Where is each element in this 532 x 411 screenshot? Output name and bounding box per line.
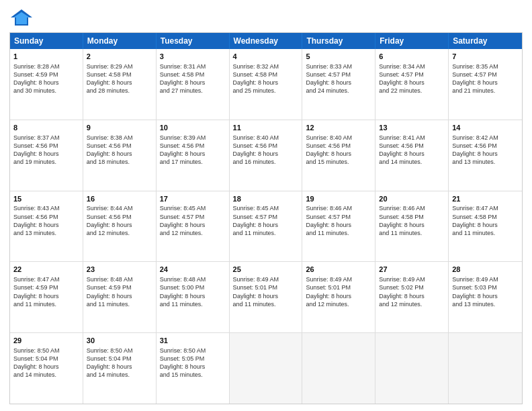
day-info-line: Daylight: 8 hours (306, 221, 371, 229)
day-info-line: and 11 minutes. (379, 229, 445, 237)
day-info-line: Sunrise: 8:48 AM (87, 275, 152, 283)
day-info-line: and 14 minutes. (87, 371, 152, 379)
day-info-line: Sunset: 4:57 PM (379, 71, 445, 79)
day-info-line: Sunrise: 8:46 AM (379, 204, 445, 212)
day-info-line: Sunset: 4:56 PM (233, 142, 299, 150)
day-info-line: Daylight: 8 hours (160, 150, 226, 158)
calendar-cell: 24Sunrise: 8:48 AMSunset: 5:00 PMDayligh… (157, 262, 230, 332)
day-info-line: Sunrise: 8:43 AM (13, 204, 79, 212)
day-number: 21 (452, 194, 519, 204)
day-info-line: Sunset: 4:57 PM (306, 213, 371, 221)
weekday-header-tuesday: Tuesday (157, 33, 230, 49)
day-info-line: and 14 minutes. (379, 158, 445, 166)
day-info-line: Sunset: 4:56 PM (379, 142, 445, 150)
day-info-line: Daylight: 8 hours (160, 363, 226, 371)
day-info-line: Sunrise: 8:49 AM (452, 275, 519, 283)
calendar-cell: 27Sunrise: 8:49 AMSunset: 5:02 PMDayligh… (375, 262, 449, 332)
day-info-line: Sunset: 4:58 PM (160, 71, 226, 79)
day-info-line: Sunrise: 8:47 AM (13, 275, 79, 283)
day-info-line: Sunrise: 8:50 AM (87, 347, 152, 355)
calendar-cell: 12Sunrise: 8:40 AMSunset: 4:56 PMDayligh… (302, 120, 375, 191)
day-number: 15 (13, 194, 79, 204)
day-info-line: Daylight: 8 hours (13, 221, 79, 229)
calendar-cell: 13Sunrise: 8:41 AMSunset: 4:56 PMDayligh… (375, 120, 449, 191)
day-info-line: and 18 minutes. (87, 158, 152, 166)
calendar-row-5: 29Sunrise: 8:50 AMSunset: 5:04 PMDayligh… (10, 333, 522, 404)
day-info-line: and 24 minutes. (306, 87, 371, 95)
day-info-line: Sunset: 4:56 PM (452, 142, 519, 150)
calendar-cell: 5Sunrise: 8:33 AMSunset: 4:57 PMDaylight… (302, 49, 375, 120)
day-info-line: Sunset: 5:05 PM (160, 355, 226, 363)
day-info-line: Sunset: 4:56 PM (87, 142, 152, 150)
day-info-line: and 12 minutes. (379, 300, 445, 308)
day-info-line: Daylight: 8 hours (160, 292, 226, 300)
day-number: 13 (379, 123, 445, 133)
day-number: 25 (233, 265, 299, 275)
day-info-line: Daylight: 8 hours (379, 150, 445, 158)
calendar-cell: 17Sunrise: 8:45 AMSunset: 4:57 PMDayligh… (157, 191, 230, 262)
calendar-cell: 28Sunrise: 8:49 AMSunset: 5:03 PMDayligh… (449, 262, 522, 332)
day-info-line: Sunset: 4:58 PM (87, 71, 152, 79)
calendar-cell: 2Sunrise: 8:29 AMSunset: 4:58 PMDaylight… (83, 49, 157, 120)
day-number: 3 (160, 52, 226, 62)
day-info-line: and 30 minutes. (13, 87, 79, 95)
day-number: 18 (233, 194, 299, 204)
day-info-line: Sunset: 4:58 PM (452, 213, 519, 221)
day-info-line: Sunset: 5:00 PM (160, 283, 226, 291)
weekday-header-saturday: Saturday (449, 33, 522, 49)
day-info-line: Sunrise: 8:50 AM (160, 347, 226, 355)
day-number: 4 (233, 52, 299, 62)
day-info-line: Sunrise: 8:42 AM (452, 134, 519, 142)
day-info-line: Sunrise: 8:45 AM (160, 204, 226, 212)
day-info-line: Sunrise: 8:48 AM (160, 275, 226, 283)
day-info-line: Sunset: 4:57 PM (160, 213, 226, 221)
calendar-cell: 23Sunrise: 8:48 AMSunset: 4:59 PMDayligh… (83, 262, 157, 332)
day-info-line: Sunset: 5:01 PM (233, 283, 299, 291)
day-number: 31 (160, 336, 226, 346)
day-info-line: Sunrise: 8:49 AM (306, 275, 371, 283)
day-number: 16 (87, 194, 152, 204)
day-info-line: and 16 minutes. (233, 158, 299, 166)
day-info-line: Sunrise: 8:32 AM (233, 62, 299, 71)
day-info-line: Sunset: 5:01 PM (306, 283, 371, 291)
day-info-line: and 11 minutes. (233, 300, 299, 308)
calendar-cell: 18Sunrise: 8:45 AMSunset: 4:57 PMDayligh… (230, 191, 303, 262)
day-info-line: Sunrise: 8:39 AM (160, 134, 226, 142)
day-info-line: Sunset: 5:04 PM (13, 355, 79, 363)
day-info-line: Sunrise: 8:40 AM (306, 134, 371, 142)
day-number: 17 (160, 194, 226, 204)
calendar-row-1: 1Sunrise: 8:28 AMSunset: 4:59 PMDaylight… (10, 49, 522, 120)
day-info-line: Daylight: 8 hours (379, 292, 445, 300)
calendar-cell: 7Sunrise: 8:35 AMSunset: 4:57 PMDaylight… (449, 49, 522, 120)
day-number: 26 (306, 265, 371, 275)
calendar-cell (302, 333, 375, 404)
page: SundayMondayTuesdayWednesdayThursdayFrid… (0, 0, 532, 411)
day-number: 22 (13, 265, 79, 275)
day-info-line: Sunset: 4:56 PM (13, 213, 79, 221)
day-info-line: Daylight: 8 hours (233, 150, 299, 158)
day-number: 24 (160, 265, 226, 275)
day-info-line: Sunset: 4:57 PM (452, 71, 519, 79)
day-number: 30 (87, 336, 152, 346)
day-number: 5 (306, 52, 371, 62)
day-info-line: Sunset: 4:56 PM (160, 142, 226, 150)
calendar-row-2: 8Sunrise: 8:37 AMSunset: 4:56 PMDaylight… (10, 120, 522, 191)
day-info-line: Sunset: 4:59 PM (13, 283, 79, 291)
calendar-cell: 9Sunrise: 8:38 AMSunset: 4:56 PMDaylight… (83, 120, 157, 191)
day-info-line: Sunrise: 8:47 AM (452, 204, 519, 212)
day-info-line: and 21 minutes. (452, 87, 519, 95)
day-info-line: and 11 minutes. (306, 229, 371, 237)
day-number: 27 (379, 265, 445, 275)
day-info-line: Sunrise: 8:37 AM (13, 134, 79, 142)
day-info-line: Daylight: 8 hours (452, 150, 519, 158)
day-info-line: Sunset: 4:59 PM (87, 283, 152, 291)
day-info-line: Daylight: 8 hours (452, 79, 519, 87)
calendar-cell: 14Sunrise: 8:42 AMSunset: 4:56 PMDayligh… (449, 120, 522, 191)
day-number: 2 (87, 52, 152, 62)
day-info-line: Sunrise: 8:40 AM (233, 134, 299, 142)
weekday-header-thursday: Thursday (302, 33, 375, 49)
day-info-line: Sunrise: 8:49 AM (233, 275, 299, 283)
day-info-line: and 11 minutes. (233, 229, 299, 237)
day-info-line: and 12 minutes. (306, 300, 371, 308)
day-info-line: Daylight: 8 hours (87, 221, 152, 229)
